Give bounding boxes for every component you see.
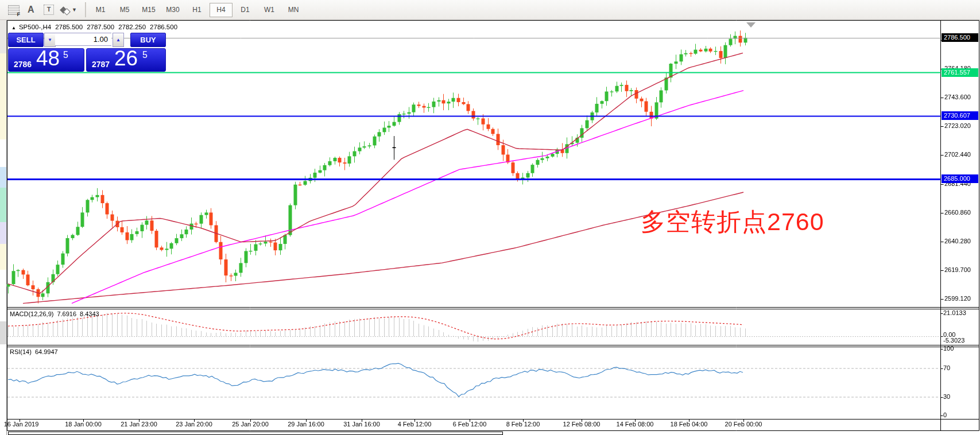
rsi-axis-tick: 0 (943, 411, 947, 418)
buy-price-sup: 5 (142, 50, 148, 60)
rsi-label: RSI(14)64.9947 (10, 348, 61, 355)
price-tick: 2619.700 (944, 266, 971, 273)
price-tick: 2723.020 (944, 122, 971, 129)
annotation-text: 多空转折点2760 (641, 205, 824, 239)
horizontal-scrollbar-thumb[interactable] (8, 432, 503, 435)
timeframe-button-mn[interactable]: MN (282, 3, 305, 17)
chart-grid-f-icon[interactable]: F (8, 3, 20, 16)
buy-price-big: 26 (114, 46, 138, 71)
time-tick: 16 Jan 2019 (0, 421, 47, 428)
price-tick: 2743.600 (944, 94, 971, 100)
timeframe-button-h4[interactable]: H4 (210, 3, 233, 17)
price-tick: 2660.860 (944, 209, 971, 216)
sell-price-sup: 5 (63, 50, 68, 60)
ohlc-open: 2785.500 (55, 24, 83, 30)
sell-price-big: 48 (36, 46, 60, 71)
time-tick: 14 Feb 08:00 (609, 421, 661, 428)
toolbar: F A T ▼ M1M5M15M30H1H4D1W1MN (0, 0, 980, 20)
macd-label: MACD(12,26,9)7.69168.4343 (10, 310, 103, 317)
time-tick: 8 Feb 12:00 (497, 421, 549, 428)
draw-objects-icon[interactable]: ▼ (61, 3, 77, 16)
time-tick: 31 Jan 16:00 (336, 421, 388, 428)
price-level-badge: 2761.557 (942, 68, 978, 77)
label-a-icon[interactable]: A (28, 3, 34, 16)
toolbar-separator (85, 2, 86, 17)
timeframe-button-h1[interactable]: H1 (185, 3, 208, 17)
timeframe-button-w1[interactable]: W1 (258, 3, 281, 17)
dropdown-caret-icon: ▼ (72, 7, 77, 13)
rsi-axis-tick: 100 (943, 345, 954, 352)
symbol-timeframe: SP500-,H4 (19, 24, 51, 30)
ohlc-high: 2787.500 (87, 24, 114, 30)
timeframe-button-d1[interactable]: D1 (234, 3, 257, 17)
time-tick: 20 Feb 00:00 (718, 421, 769, 428)
macd-axis-tick: 21.0133 (943, 309, 966, 316)
time-tick: 12 Feb 08:00 (556, 421, 607, 428)
volume-input[interactable] (55, 33, 111, 46)
price-tick: 2599.120 (944, 295, 971, 302)
rsi-axis-tick: 70 (943, 364, 950, 371)
price-tick: 2702.440 (944, 151, 971, 158)
market-watch-edge (0, 19, 7, 435)
price-level-badge: 2685.000 (942, 174, 978, 183)
price-tick: 2640.280 (944, 238, 971, 244)
buy-price-prefix: 2787 (92, 60, 110, 69)
textbox-t-icon[interactable]: T (44, 3, 54, 16)
time-tick: 4 Feb 12:00 (389, 421, 440, 428)
timeframe-button-m5[interactable]: M5 (113, 3, 136, 17)
time-tick: 29 Jan 16:00 (280, 421, 332, 428)
sell-button[interactable]: SELL (8, 33, 44, 47)
timeframe-button-m1[interactable]: M1 (89, 3, 112, 17)
volume-increase-button[interactable]: ▲ (113, 33, 124, 47)
time-tick: 21 Jan 23:00 (113, 421, 165, 428)
sell-price-prefix: 2786 (14, 60, 32, 69)
price-level-badge: 2786.500 (942, 33, 978, 42)
time-tick: 18 Jan 00:00 (57, 421, 109, 428)
timeframe-button-m15[interactable]: M15 (137, 3, 160, 17)
price-level-badge: 2730.607 (942, 111, 978, 120)
ohlc-low: 2782.250 (118, 24, 146, 30)
buy-button[interactable]: BUY (130, 33, 166, 47)
time-tick: 25 Jan 20:00 (224, 421, 276, 428)
volume-decrease-button[interactable]: ▼ (44, 33, 56, 47)
time-tick: 6 Feb 12:00 (444, 421, 495, 428)
ohlc-close: 2786.500 (150, 24, 177, 30)
collapse-arrow-icon[interactable]: ▲ (11, 25, 16, 30)
timeframe-button-m30[interactable]: M30 (161, 3, 184, 17)
sell-price-display[interactable]: 2786 48 5 (8, 48, 84, 72)
time-tick: 18 Feb 04:00 (663, 421, 715, 428)
buy-price-display[interactable]: 2787 26 5 (86, 48, 166, 72)
rsi-axis-tick: 30 (943, 393, 950, 400)
time-tick: 23 Jan 20:00 (168, 421, 220, 428)
macd-axis-tick: -5.3023 (943, 337, 964, 344)
timeframe-toolbar: M1M5M15M30H1H4D1W1MN (89, 3, 306, 17)
chart-header: ▲SP500-,H42785.5002787.5002782.2502786.5… (11, 24, 181, 30)
